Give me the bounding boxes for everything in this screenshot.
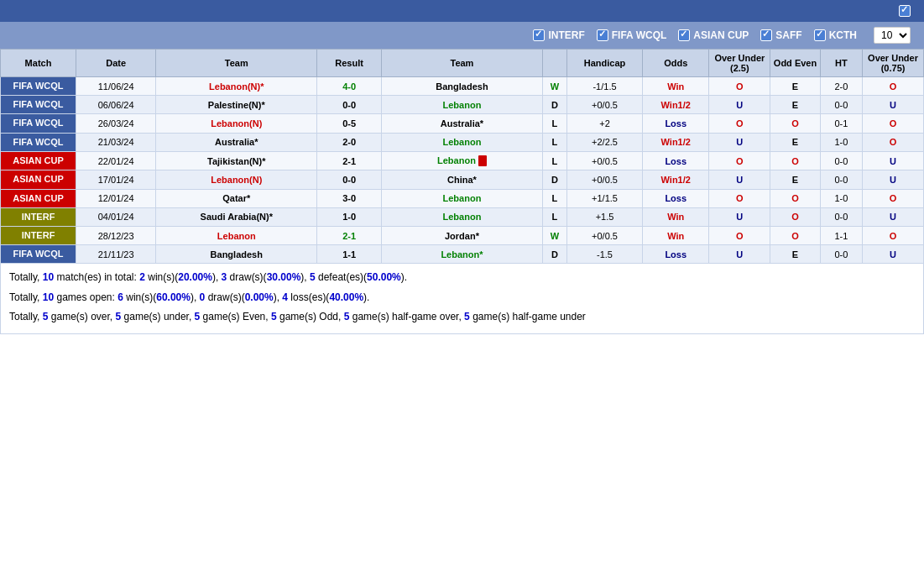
cell-ou075: O xyxy=(863,133,924,151)
asiancup-checkbox[interactable] xyxy=(678,29,690,41)
interf-checkbox[interactable] xyxy=(533,29,545,41)
cell-ou075: U xyxy=(863,245,924,264)
red-card-icon xyxy=(478,155,487,166)
filter-saff[interactable]: SAFF xyxy=(760,29,801,41)
cell-oddeven: E xyxy=(770,245,821,264)
header-right xyxy=(899,5,916,17)
cell-team2[interactable]: Lebanon* xyxy=(381,245,542,264)
cell-ht: 0-0 xyxy=(820,151,862,170)
cell-ht: 0-0 xyxy=(820,96,862,114)
cell-result: 1-0 xyxy=(317,207,382,226)
cell-match: FIFA WCQL xyxy=(1,245,76,264)
cell-result: 3-0 xyxy=(317,189,382,207)
summary-section: Totally, 10 match(es) in total: 2 win(s)… xyxy=(0,264,924,334)
cell-ou25: O xyxy=(709,114,770,133)
cell-team1[interactable]: Saudi Arabia(N)* xyxy=(156,207,317,226)
filter-fifawcql[interactable]: FIFA WCQL xyxy=(597,29,667,41)
cell-team2[interactable]: Lebanon xyxy=(381,151,542,170)
table-row: ASIAN CUP12/01/24Qatar*3-0LebanonL+1/1.5… xyxy=(1,189,924,207)
cell-team1[interactable]: Qatar* xyxy=(156,189,317,207)
cell-team2[interactable]: Australia* xyxy=(381,114,542,133)
summary-line2: Totally, 10 games open: 6 win(s)(60.00%)… xyxy=(9,289,915,307)
cell-odds: Win1/2 xyxy=(643,133,709,151)
filter-interf[interactable]: INTERF xyxy=(533,29,584,41)
cell-date: 21/03/24 xyxy=(76,133,156,151)
cell-team2[interactable]: Lebanon xyxy=(381,96,542,114)
cell-wd: D xyxy=(542,245,566,264)
cell-oddeven: E xyxy=(770,133,821,151)
cell-team2[interactable]: Lebanon xyxy=(381,189,542,207)
cell-match: FIFA WCQL xyxy=(1,114,76,133)
th-ou075: Over Under (0.75) xyxy=(863,50,924,77)
cell-result: 2-1 xyxy=(317,151,382,170)
cell-wd: L xyxy=(542,114,566,133)
th-ou25: Over Under (2.5) xyxy=(709,50,770,77)
fifawcql-label: FIFA WCQL xyxy=(612,29,667,41)
cell-ou075: U xyxy=(863,151,924,170)
cell-team1[interactable]: Lebanon(N) xyxy=(156,114,317,133)
cell-date: 22/01/24 xyxy=(76,151,156,170)
table-row: ASIAN CUP17/01/24Lebanon(N)0-0China*D+0/… xyxy=(1,170,924,189)
filter-kcth[interactable]: KCTH xyxy=(814,29,857,41)
th-odds: Odds xyxy=(643,50,709,77)
display-notes-checkbox[interactable] xyxy=(899,5,911,17)
cell-wd: L xyxy=(542,207,566,226)
cell-team1[interactable]: Palestine(N)* xyxy=(156,96,317,114)
th-ht: HT xyxy=(820,50,862,77)
cell-result: 2-0 xyxy=(317,133,382,151)
cell-odds: Win1/2 xyxy=(643,170,709,189)
cell-wd: L xyxy=(542,189,566,207)
saff-checkbox[interactable] xyxy=(760,29,772,41)
cell-result: 0-5 xyxy=(317,114,382,133)
cell-team1[interactable]: Lebanon(N)* xyxy=(156,77,317,96)
cell-team1[interactable]: Bangladesh xyxy=(156,245,317,264)
table-row: FIFA WCQL21/03/24Australia*2-0LebanonL+2… xyxy=(1,133,924,151)
cell-odds: Win xyxy=(643,207,709,226)
cell-team1[interactable]: Lebanon(N) xyxy=(156,170,317,189)
header xyxy=(0,0,924,22)
cell-team2[interactable]: Bangladesh xyxy=(381,77,542,96)
cell-oddeven: E xyxy=(770,170,821,189)
cell-ht: 0-0 xyxy=(820,170,862,189)
cell-handicap: +0/0.5 xyxy=(567,170,643,189)
th-team1: Team xyxy=(156,50,317,77)
cell-oddeven: O xyxy=(770,151,821,170)
cell-date: 26/03/24 xyxy=(76,114,156,133)
filter-asiancup[interactable]: ASIAN CUP xyxy=(678,29,749,41)
cell-ou25: O xyxy=(709,151,770,170)
cell-ou25: U xyxy=(709,245,770,264)
table-row: INTERF04/01/24Saudi Arabia(N)*1-0Lebanon… xyxy=(1,207,924,226)
cell-match: INTERF xyxy=(1,207,76,226)
cell-result: 2-1 xyxy=(317,226,382,244)
cell-team1[interactable]: Tajikistan(N)* xyxy=(156,151,317,170)
cell-match: FIFA WCQL xyxy=(1,96,76,114)
cell-oddeven: O xyxy=(770,114,821,133)
cell-team2[interactable]: Jordan* xyxy=(381,226,542,244)
cell-wd: D xyxy=(542,96,566,114)
kcth-checkbox[interactable] xyxy=(814,29,826,41)
th-team2: Team xyxy=(381,50,542,77)
cell-team1[interactable]: Lebanon xyxy=(156,226,317,244)
cell-match: INTERF xyxy=(1,226,76,244)
cell-ht: 0-0 xyxy=(820,207,862,226)
cell-result: 1-1 xyxy=(317,245,382,264)
cell-ht: 1-1 xyxy=(820,226,862,244)
fifawcql-checkbox[interactable] xyxy=(597,29,608,41)
cell-team2[interactable]: Lebanon xyxy=(381,133,542,151)
cell-wd: W xyxy=(542,226,566,244)
th-result: Result xyxy=(317,50,382,77)
cell-team2[interactable]: Lebanon xyxy=(381,207,542,226)
cell-handicap: +0/0.5 xyxy=(567,226,643,244)
cell-result: 0-0 xyxy=(317,170,382,189)
cell-date: 28/12/23 xyxy=(76,226,156,244)
cell-ou075: O xyxy=(863,189,924,207)
cell-ou075: U xyxy=(863,96,924,114)
cell-ht: 1-0 xyxy=(820,189,862,207)
cell-result: 4-0 xyxy=(317,77,382,96)
cell-team2[interactable]: China* xyxy=(381,170,542,189)
cell-team1[interactable]: Australia* xyxy=(156,133,317,151)
cell-handicap: -1/1.5 xyxy=(567,77,643,96)
asiancup-label: ASIAN CUP xyxy=(693,29,749,41)
th-oddeven: Odd Even xyxy=(770,50,821,77)
games-select[interactable]: 10 20 30 All xyxy=(874,27,911,44)
